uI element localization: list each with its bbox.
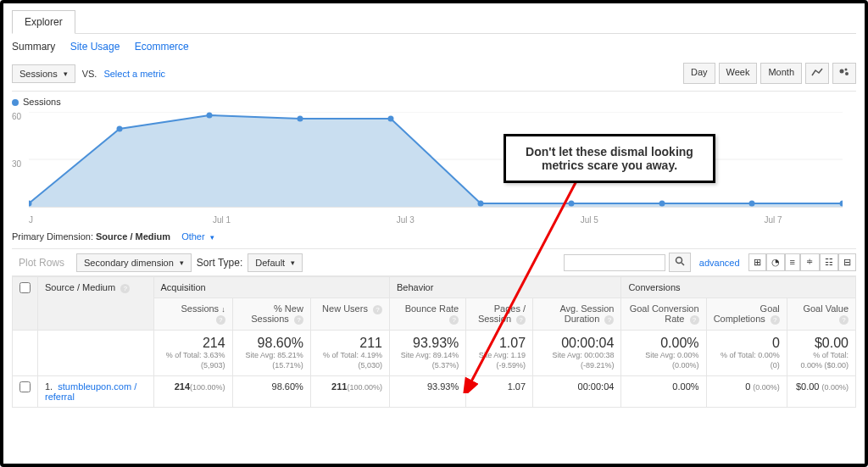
primary-dimension-label: Primary Dimension:: [12, 231, 93, 242]
help-icon[interactable]: ?: [294, 315, 303, 325]
svg-point-12: [569, 201, 575, 207]
col-source-medium[interactable]: Source / Medium: [45, 282, 115, 292]
svg-point-8: [207, 113, 213, 119]
help-icon[interactable]: ?: [690, 315, 699, 325]
sort-type-value: Default: [255, 258, 285, 268]
col-bounce-rate[interactable]: Bounce Rate?: [389, 298, 465, 331]
svg-point-16: [676, 258, 682, 264]
chart-type-line-icon[interactable]: [805, 63, 829, 84]
svg-line-17: [682, 263, 684, 265]
view-term-cloud-icon[interactable]: ☷: [820, 253, 838, 271]
col-goal-completions[interactable]: Goal Completions ?: [706, 298, 787, 331]
svg-point-14: [749, 201, 755, 207]
plot-rows-button: Plot Rows: [12, 253, 71, 272]
help-icon[interactable]: ?: [604, 315, 614, 325]
group-conversions: Conversions: [621, 277, 856, 298]
svg-point-11: [478, 201, 484, 207]
help-icon[interactable]: ?: [449, 315, 459, 325]
sessions-chart: 60 30: [12, 112, 856, 214]
svg-point-10: [388, 116, 394, 122]
svg-point-0: [840, 69, 844, 74]
view-comparison-icon[interactable]: ⫩: [800, 253, 820, 271]
search-input[interactable]: [564, 254, 665, 271]
subtab-site-usage[interactable]: Site Usage: [70, 41, 120, 53]
caret-down-icon: ▾: [210, 233, 214, 242]
svg-point-9: [298, 116, 303, 122]
legend-dot-icon: [12, 99, 19, 106]
sort-type-label: Sort Type:: [197, 257, 242, 269]
subtab-summary[interactable]: Summary: [12, 41, 55, 53]
search-button[interactable]: [669, 253, 691, 272]
col-goal-value[interactable]: Goal Value ?: [787, 298, 855, 331]
chart-xaxis: JJul 1Jul 3Jul 5Jul 7: [12, 215, 856, 225]
col-pct-new-sessions[interactable]: % New Sessions ?: [232, 298, 310, 331]
help-icon[interactable]: ?: [216, 315, 225, 325]
row-source-link[interactable]: stumbleupon.com / referral: [45, 381, 136, 402]
svg-point-13: [659, 201, 665, 207]
secondary-dimension-selector[interactable]: Secondary dimension▾: [76, 253, 192, 272]
col-sessions[interactable]: Sessions↓?: [153, 298, 232, 331]
svg-point-7: [117, 126, 123, 132]
caret-down-icon: ▾: [291, 259, 295, 267]
svg-point-1: [845, 72, 849, 75]
ytick-30: 30: [12, 159, 21, 169]
advanced-link[interactable]: advanced: [699, 258, 740, 268]
annotation-callout: Don't let these dismal lookingmetrics sc…: [504, 134, 715, 183]
primary-dimension-value[interactable]: Source / Medium: [96, 231, 170, 242]
metric-selector-label: Sessions: [19, 69, 58, 79]
col-goal-conversion-rate[interactable]: Goal Conversion Rate ?: [621, 298, 706, 331]
help-icon[interactable]: ?: [839, 315, 849, 325]
table-row[interactable]: 1. stumbleupon.com / referral 214(100.00…: [13, 376, 856, 408]
vs-label: VS.: [82, 69, 97, 79]
help-icon[interactable]: ?: [516, 315, 526, 325]
chart-type-motion-icon[interactable]: [832, 63, 856, 84]
row-index: 1.: [45, 381, 53, 392]
view-pivot-icon[interactable]: ⊟: [838, 253, 856, 271]
subtab-ecommerce[interactable]: Ecommerce: [135, 41, 189, 53]
granularity-week[interactable]: Week: [719, 63, 758, 84]
secondary-dimension-label: Secondary dimension: [84, 258, 174, 268]
sort-type-selector[interactable]: Default▾: [248, 253, 303, 272]
ytick-60: 60: [12, 112, 21, 121]
tab-explorer[interactable]: Explorer: [12, 10, 75, 34]
help-icon[interactable]: ?: [120, 284, 130, 293]
chart-legend: Sessions: [12, 92, 856, 108]
col-new-users[interactable]: New Users ?: [310, 298, 389, 331]
granularity-month[interactable]: Month: [760, 63, 802, 84]
search-icon: [675, 256, 685, 266]
summary-row: 214% of Total: 3.63% (5,903) 98.60%Site …: [13, 331, 856, 376]
granularity-day[interactable]: Day: [683, 63, 715, 84]
help-icon[interactable]: ?: [771, 315, 780, 325]
group-acquisition: Acquisition: [153, 277, 389, 298]
sort-arrow-down-icon: ↓: [221, 305, 225, 314]
caret-down-icon: ▾: [64, 69, 68, 78]
caret-down-icon: ▾: [180, 259, 184, 267]
help-icon[interactable]: ?: [373, 305, 382, 314]
col-pages-session[interactable]: Pages / Session ?: [466, 298, 533, 331]
group-behavior: Behavior: [389, 277, 620, 298]
row-checkbox[interactable]: [19, 381, 31, 392]
data-table: Source / Medium ? Acquisition Behavior C…: [12, 276, 856, 408]
col-avg-duration[interactable]: Avg. Session Duration ?: [533, 298, 621, 331]
select-all-checkbox[interactable]: [19, 282, 31, 293]
view-pie-icon[interactable]: ◔: [766, 253, 785, 271]
select-metric-link[interactable]: Select a metric: [103, 69, 165, 79]
legend-sessions-label: Sessions: [23, 97, 61, 107]
view-performance-icon[interactable]: ≡: [785, 253, 800, 271]
primary-dimension-other[interactable]: Other ▾: [181, 231, 214, 242]
metric-selector[interactable]: Sessions▾: [12, 64, 75, 83]
svg-point-2: [845, 69, 848, 71]
view-data-table-icon[interactable]: ⊞: [748, 253, 766, 271]
